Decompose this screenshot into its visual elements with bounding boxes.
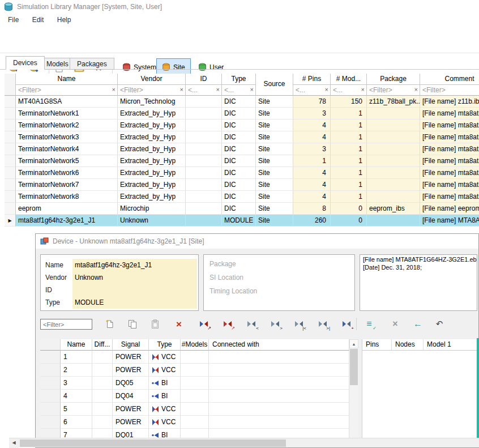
- device-row[interactable]: TerminatorNetwork4Extracted_by_HypDICSit…: [5, 143, 479, 155]
- column-header-comment[interactable]: Comment: [420, 74, 479, 85]
- row-selector[interactable]: [5, 155, 16, 167]
- cell-id[interactable]: [186, 167, 222, 179]
- cell-type[interactable]: MODULE: [222, 215, 256, 227]
- pin-cell-signal[interactable]: DQ05: [113, 377, 149, 390]
- cell-source[interactable]: Site: [256, 131, 293, 143]
- model-last-icon[interactable]: >|: [315, 317, 330, 331]
- pin-cell-connected[interactable]: [209, 377, 349, 390]
- cell-package[interactable]: [367, 108, 420, 120]
- cell-pins[interactable]: 78: [293, 96, 331, 108]
- pin-cell-connected[interactable]: [209, 403, 349, 416]
- name-field[interactable]: mta8atf1g64hz-3g2e1_J1: [72, 259, 197, 271]
- clear-model-icon[interactable]: ×: [388, 317, 403, 331]
- cell-name[interactable]: TerminatorNetwork5: [16, 155, 118, 167]
- tab-packages[interactable]: Packages: [70, 58, 114, 70]
- pin-cell-signal[interactable]: POWER: [113, 416, 149, 429]
- cell-name[interactable]: TerminatorNetwork3: [16, 131, 118, 143]
- device-row[interactable]: TerminatorNetwork1Extracted_by_HypDICSit…: [5, 108, 479, 120]
- pin-cell-name[interactable]: 2: [61, 364, 92, 377]
- filter-mods[interactable]: <...×: [331, 85, 367, 96]
- row-selector[interactable]: [5, 143, 16, 155]
- cell-vendor[interactable]: Extracted_by_Hyp: [118, 131, 186, 143]
- model-column-model1[interactable]: Model 1: [424, 339, 478, 351]
- filter-clear-icon[interactable]: ×: [414, 86, 418, 93]
- pin-cell-type[interactable]: VCC: [149, 416, 181, 429]
- scroll-up-icon[interactable]: ▲: [349, 339, 358, 348]
- cell-source[interactable]: Site: [256, 167, 293, 179]
- device-row[interactable]: TerminatorNetwork6Extracted_by_HypDICSit…: [5, 167, 479, 179]
- filter-id[interactable]: <...×: [186, 85, 222, 96]
- filter-clear-icon[interactable]: ×: [216, 86, 220, 93]
- pin-cell-type[interactable]: VCC: [149, 403, 181, 416]
- pin-cell-models[interactable]: [181, 364, 209, 377]
- cell-package[interactable]: [367, 120, 420, 131]
- add-model-icon[interactable]: +: [339, 317, 354, 331]
- column-header-id[interactable]: ID: [186, 74, 222, 85]
- scrollbar-thumb[interactable]: [20, 440, 286, 447]
- tab-devices[interactable]: Devices: [6, 56, 45, 70]
- model-next-icon[interactable]: >: [268, 317, 283, 331]
- pin-column-diff[interactable]: Diff...: [92, 339, 113, 351]
- pin-cell-signal[interactable]: POWER: [113, 351, 149, 364]
- device-row[interactable]: TerminatorNetwork8Extracted_by_HypDICSit…: [5, 191, 479, 203]
- cell-mods[interactable]: 1: [331, 120, 367, 131]
- cell-vendor[interactable]: Extracted_by_Hyp: [118, 191, 186, 203]
- pin-cell-models[interactable]: [181, 377, 209, 390]
- pin-cell-connected[interactable]: [209, 390, 349, 403]
- pin-row-selector[interactable]: [40, 377, 61, 390]
- package-location-link[interactable]: Package: [209, 260, 236, 268]
- pin-row[interactable]: 6POWERVCC: [40, 416, 349, 429]
- pin-column-type[interactable]: Type: [149, 339, 181, 351]
- pin-cell-diff[interactable]: [92, 416, 113, 429]
- back-icon[interactable]: ←: [410, 317, 425, 331]
- comment-panel[interactable]: [File name] MTA8ATF1G64HZ-3G2E1.ebd; [Fi…: [360, 254, 477, 311]
- cell-vendor[interactable]: Micron_Technolog: [118, 96, 186, 108]
- row-selector[interactable]: [5, 191, 16, 203]
- pin-cell-models[interactable]: [181, 416, 209, 429]
- pin-row[interactable]: 4DQ04BI: [40, 390, 349, 403]
- device-row[interactable]: ▶mta8atf1g64hz-3g2e1_J1UnknownMODULESite…: [5, 215, 479, 227]
- pin-row-selector[interactable]: [40, 351, 61, 364]
- model-prev-icon[interactable]: <: [244, 317, 259, 331]
- filter-pins[interactable]: <...×: [293, 85, 331, 96]
- filter-clear-icon[interactable]: ×: [250, 86, 254, 93]
- cell-name[interactable]: TerminatorNetwork1: [16, 108, 118, 120]
- pin-cell-connected[interactable]: [209, 416, 349, 429]
- cell-type[interactable]: DIC: [222, 191, 256, 203]
- device-row[interactable]: TerminatorNetwork7Extracted_by_HypDICSit…: [5, 179, 479, 191]
- cell-package[interactable]: [367, 155, 420, 167]
- pin-cell-name[interactable]: 5: [61, 403, 92, 416]
- row-selector[interactable]: [5, 203, 16, 215]
- cell-type[interactable]: DIC: [222, 96, 256, 108]
- cell-mods[interactable]: 1: [331, 155, 367, 167]
- row-selector[interactable]: [5, 96, 16, 108]
- cell-name[interactable]: mta8atf1g64hz-3g2e1_J1: [16, 215, 118, 227]
- pin-cell-models[interactable]: [181, 351, 209, 364]
- device-row[interactable]: TerminatorNetwork3Extracted_by_HypDICSit…: [5, 131, 479, 143]
- cell-comment[interactable]: [File name] eeprom: [420, 203, 479, 215]
- cell-source[interactable]: Site: [256, 120, 293, 131]
- cell-package[interactable]: z11b_78ball_pk...: [367, 96, 420, 108]
- cell-pins[interactable]: 3: [293, 108, 331, 120]
- cell-pins[interactable]: 1: [293, 155, 331, 167]
- cell-package[interactable]: [367, 215, 420, 227]
- cell-name[interactable]: TerminatorNetwork7: [16, 179, 118, 191]
- device-row[interactable]: eepromMicrochipDICSite80eeprom_ibs[File …: [5, 203, 479, 215]
- cell-name[interactable]: TerminatorNetwork4: [16, 143, 118, 155]
- pin-cell-type[interactable]: BI: [149, 377, 181, 390]
- new-pin-icon[interactable]: [102, 317, 117, 331]
- cell-type[interactable]: DIC: [222, 108, 256, 120]
- cell-mods[interactable]: 0: [331, 215, 367, 227]
- cell-mods[interactable]: 1: [331, 179, 367, 191]
- cell-mods[interactable]: 1: [331, 167, 367, 179]
- cell-source[interactable]: Site: [256, 108, 293, 120]
- model-first-icon[interactable]: |<: [292, 317, 306, 331]
- cell-package[interactable]: eeprom_ibs: [367, 203, 420, 215]
- cell-package[interactable]: [367, 191, 420, 203]
- pin-cell-diff[interactable]: [92, 390, 113, 403]
- cell-package[interactable]: [367, 143, 420, 155]
- cell-comment[interactable]: [File name] mta8at: [420, 131, 479, 143]
- cell-package[interactable]: [367, 179, 420, 191]
- cell-type[interactable]: DIC: [222, 155, 256, 167]
- device-row[interactable]: MT40A1G8SAMicron_TechnologDICSite78150z1…: [5, 96, 479, 108]
